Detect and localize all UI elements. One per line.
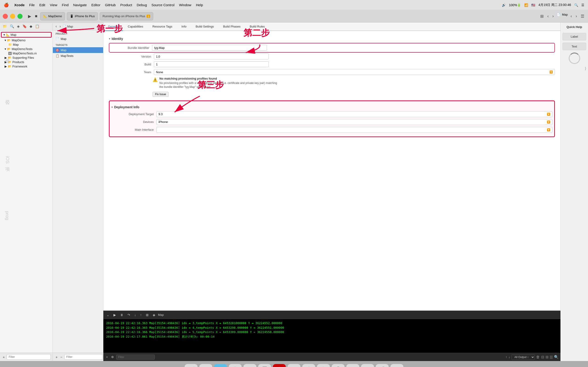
console-view-btn[interactable]: ⊞ <box>145 313 150 317</box>
console-trash-btn[interactable]: 🗑 <box>536 355 540 359</box>
team-select[interactable]: None 🔽 <box>154 69 555 75</box>
menu-editor[interactable]: Editor <box>91 3 100 7</box>
menu-file[interactable]: File <box>29 3 35 7</box>
project-back-btn[interactable]: ‹ <box>55 24 58 29</box>
nav-prev-button[interactable]: ‹ <box>570 13 573 20</box>
sidebar-right-expand-btn[interactable]: ⟩ <box>585 66 586 71</box>
wifi-icon[interactable]: 📶 <box>524 3 528 7</box>
scheme-tab-iphone[interactable]: 📱 iPhone 6s Plus <box>67 12 98 20</box>
play-button[interactable]: ▶ <box>27 13 32 20</box>
dock-shrimp[interactable]: 🦐 <box>361 364 374 367</box>
build-input[interactable] <box>154 61 269 67</box>
nav-next-button[interactable]: › <box>575 13 578 20</box>
notification-icon[interactable]: ☰ <box>581 3 584 7</box>
dock-android[interactable]: 🤖 <box>302 364 315 367</box>
menu-window[interactable]: Window <box>179 3 191 7</box>
flag-icon[interactable]: 🇺🇸 <box>531 3 535 7</box>
sidebar-folder-btn[interactable]: 📁 <box>2 24 8 29</box>
dock-firefox[interactable]: 🦊 <box>288 364 300 367</box>
bundle-id-input[interactable] <box>152 45 267 51</box>
menu-navigate[interactable]: Navigate <box>73 3 86 7</box>
console-toggle-btn[interactable]: ⌄ <box>105 313 111 317</box>
console-add-btn[interactable]: + <box>105 355 109 359</box>
tab-build-phases[interactable]: Build Phases <box>218 23 245 31</box>
console-up-btn[interactable]: ↑ <box>506 355 507 359</box>
file-tree-map-sub[interactable]: 📁 Map <box>0 42 52 47</box>
tab-resource-tags[interactable]: Resource Tags <box>148 23 177 31</box>
file-tree-root-map[interactable]: ▾ 📐 Map <box>1 32 52 38</box>
dock-red-app[interactable]: 🔴 <box>273 364 286 367</box>
dock-inbox[interactable]: 📬 <box>376 364 389 367</box>
sidebar-symbol-btn[interactable]: ◈ <box>16 24 21 29</box>
dock-twitter[interactable]: 🐦 <box>199 364 212 367</box>
close-button[interactable] <box>3 14 8 19</box>
devices-select[interactable]: iPhone 🔽 <box>156 119 552 125</box>
deployment-toggle[interactable]: ▾ <box>111 106 113 109</box>
quick-help-text-btn[interactable]: Text <box>562 43 586 50</box>
deployment-target-select[interactable]: 9.3 🔽 <box>156 111 552 117</box>
dock-chrome[interactable]: 🌐 <box>229 364 242 367</box>
console-location-btn[interactable]: ◈ <box>151 313 157 317</box>
menu-source-control[interactable]: Source Control <box>151 3 174 7</box>
console-step-over-btn[interactable]: ↷ <box>126 313 132 317</box>
dock-target[interactable]: 🎯 <box>390 364 403 367</box>
console-pause-btn[interactable]: ⏸ <box>119 313 125 317</box>
file-filter-input[interactable] <box>7 354 51 360</box>
console-filter-input[interactable] <box>116 355 155 360</box>
file-tree-mapdemo-tests[interactable]: ▾ 📂 MapDemoTests <box>0 47 52 51</box>
console-down-btn[interactable]: ↓ <box>509 355 510 359</box>
file-tree-mapdemo-tests-m[interactable]: m MapDemoTests.m <box>0 51 52 56</box>
tab-info[interactable]: Info <box>177 23 191 31</box>
project-entry-map[interactable]: 📄 Map <box>53 36 103 42</box>
dock-tux[interactable]: 🐧 <box>317 364 330 367</box>
console-filter2-btn[interactable]: 🔍 <box>554 355 559 359</box>
menu-help[interactable]: Help <box>196 3 203 7</box>
dock-terminal[interactable]: 💻 <box>243 364 256 367</box>
file-tree-framework[interactable]: ▶ 📂 Framework <box>0 64 52 69</box>
menu-xcode[interactable]: Xcode <box>14 3 25 7</box>
dock-itunes[interactable]: 🎵 <box>346 364 359 367</box>
forward-button[interactable]: › <box>552 13 555 20</box>
sidebar-source-btn[interactable]: 🔍 <box>9 24 15 29</box>
apple-menu[interactable]: 🍎 <box>4 2 9 8</box>
scheme-tab-mapdemo[interactable]: 📐 MapDemo <box>40 12 65 20</box>
tab-capabilities[interactable]: Capabilities <box>123 23 148 31</box>
remove-target-btn[interactable]: − <box>60 355 63 359</box>
version-input[interactable] <box>154 53 269 59</box>
spotlight-icon[interactable]: 🔍 <box>574 3 578 7</box>
minimize-button[interactable] <box>10 14 15 19</box>
menu-debug[interactable]: Debug <box>137 3 147 7</box>
dock-mail[interactable]: 📮 <box>258 364 271 367</box>
sidebar-bookmark-btn[interactable]: 🔖 <box>22 24 28 29</box>
console-step-out-btn[interactable]: ↑ <box>139 313 143 317</box>
quick-help-label-btn[interactable]: Label <box>562 33 586 40</box>
main-interface-select[interactable]: 🔽 <box>156 127 552 133</box>
fix-issue-button[interactable]: Fix Issue <box>153 92 169 97</box>
menu-edit[interactable]: Edit <box>39 3 45 7</box>
menu-find[interactable]: Find <box>62 3 69 7</box>
menu-lines-button[interactable]: ☰ <box>580 13 585 20</box>
sidebar-report-btn[interactable]: 📋 <box>34 24 40 29</box>
file-tree-supporting[interactable]: ▶ 📂 Supporting Files <box>0 56 52 60</box>
add-file-btn[interactable]: + <box>2 355 6 359</box>
console-step-into-btn[interactable]: ↓ <box>133 313 137 317</box>
console-columns-btn[interactable]: ||| <box>550 355 553 359</box>
dock-sketch[interactable]: 🎨 <box>214 364 227 367</box>
menu-product[interactable]: Product <box>120 3 132 7</box>
layout-grid-button[interactable]: ⊞ <box>539 13 545 20</box>
target-maptests[interactable]: 📋 MapTests <box>53 53 103 59</box>
tab-build-settings[interactable]: Build Settings <box>191 23 219 31</box>
add-target-btn[interactable]: + <box>55 355 59 359</box>
back-button[interactable]: ‹ <box>546 13 550 20</box>
target-filter-input[interactable] <box>64 354 103 360</box>
console-split-btn[interactable]: ⊟ <box>541 355 544 359</box>
target-map[interactable]: 🎯 Map <box>53 47 103 53</box>
console-play-btn[interactable]: ▶ <box>112 313 117 317</box>
file-tree-mapdemo[interactable]: ▾ 📂 MapDemo <box>0 38 52 42</box>
console-fullscreen-btn[interactable]: ⊞ <box>545 355 548 359</box>
menu-view[interactable]: View <box>50 3 57 7</box>
identity-toggle[interactable]: ▾ <box>109 37 110 40</box>
project-forward-btn[interactable]: › <box>59 24 61 29</box>
console-filter-icon-btn[interactable]: ⚙ <box>110 355 115 359</box>
console-output-select[interactable]: All Output ↕ <box>511 354 535 360</box>
